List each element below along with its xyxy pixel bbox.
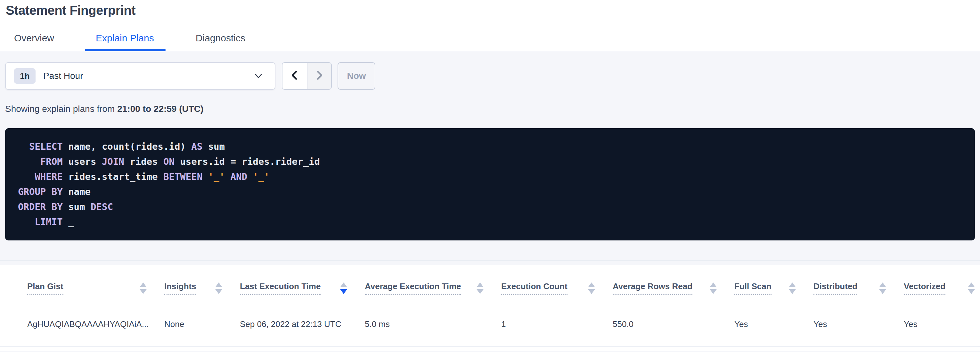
column-header-label: Insights: [164, 281, 196, 294]
column-header-execution-count[interactable]: Execution Count: [501, 281, 612, 294]
time-range-badge: 1h: [14, 68, 35, 84]
plans-table-header: Plan GistInsightsLast Execution TimeAver…: [0, 277, 980, 302]
summary-prefix: Showing explain plans from: [5, 104, 117, 114]
column-header-distributed[interactable]: Distributed: [813, 281, 904, 294]
sort-carets-icon[interactable]: [710, 282, 717, 294]
section-gap: [0, 261, 980, 265]
table-cell: None: [164, 319, 240, 329]
time-range-label: Past Hour: [43, 71, 254, 81]
plans-table-body: AgHUAQIABQAAAAHYAQIAiA...NoneSep 06, 202…: [0, 302, 980, 347]
previous-range-button[interactable]: [282, 63, 307, 89]
page-title: Statement Fingerprint: [6, 3, 135, 18]
time-picker-row: 1h Past Hour: [5, 62, 975, 90]
table-cell: Yes: [813, 319, 904, 329]
active-tab-underline: [85, 49, 165, 51]
sort-carets-icon[interactable]: [789, 282, 796, 294]
column-header-last-execution-time[interactable]: Last Execution Time: [240, 281, 365, 294]
sort-carets-icon[interactable]: [879, 282, 886, 294]
sort-carets-icon[interactable]: [477, 282, 484, 294]
column-header-label: Average Execution Time: [365, 281, 461, 294]
column-header-label: Plan Gist: [27, 281, 64, 294]
time-nav-group: [282, 62, 332, 90]
column-header-full-scan[interactable]: Full Scan: [734, 281, 813, 294]
column-header-label: Execution Count: [501, 281, 568, 294]
tab-bar: OverviewExplain PlansDiagnostics: [14, 33, 245, 51]
column-header-label: Last Execution Time: [240, 281, 321, 294]
time-range-dropdown[interactable]: 1h Past Hour: [5, 62, 275, 90]
sql-statement-text: SELECT name, count(rides.id) AS sum FROM…: [18, 139, 962, 230]
column-header-average-rows-read[interactable]: Average Rows Read: [612, 281, 734, 294]
column-header-label: Full Scan: [734, 281, 772, 294]
summary-range: 21:00 to 22:59 (UTC): [117, 104, 204, 114]
table-cell: Yes: [734, 319, 813, 329]
column-header-label: Average Rows Read: [612, 281, 692, 294]
column-header-plan-gist[interactable]: Plan Gist: [27, 281, 164, 294]
sort-carets-icon[interactable]: [140, 282, 147, 294]
sort-carets-icon[interactable]: [340, 282, 347, 294]
column-header-insights[interactable]: Insights: [164, 281, 240, 294]
sort-carets-icon[interactable]: [968, 282, 975, 294]
table-cell: Yes: [904, 319, 980, 329]
page-header: Statement Fingerprint OverviewExplain Pl…: [0, 0, 980, 51]
tab-explain-plans[interactable]: Explain Plans: [96, 33, 154, 51]
plan-gist-cell[interactable]: AgHUAQIABQAAAAHYAQIAiA...: [27, 319, 164, 329]
tab-overview[interactable]: Overview: [14, 33, 54, 51]
plans-table-section: Plan GistInsightsLast Execution TimeAver…: [0, 265, 980, 351]
chevron-down-icon: [254, 71, 263, 81]
next-range-button[interactable]: [307, 63, 331, 89]
column-header-vectorized[interactable]: Vectorized: [904, 281, 980, 294]
showing-plans-summary: Showing explain plans from 21:00 to 22:5…: [5, 104, 975, 114]
table-cell: 5.0 ms: [365, 319, 501, 329]
column-header-label: Distributed: [813, 281, 858, 294]
tab-diagnostics[interactable]: Diagnostics: [196, 33, 245, 51]
sort-carets-icon[interactable]: [588, 282, 595, 294]
sort-carets-icon[interactable]: [215, 282, 222, 294]
column-header-label: Vectorized: [904, 281, 945, 294]
table-cell: Sep 06, 2022 at 22:13 UTC: [240, 319, 365, 329]
now-button[interactable]: Now: [337, 62, 375, 90]
spacer: [0, 240, 980, 260]
table-cell: 550.0: [612, 319, 734, 329]
table-cell: 1: [501, 319, 612, 329]
content-area: 1h Past Hour: [0, 62, 980, 261]
chevron-right-icon: [314, 70, 325, 82]
column-header-average-execution-time[interactable]: Average Execution Time: [365, 281, 501, 294]
chevron-left-icon: [290, 70, 300, 82]
table-row[interactable]: AgHUAQIABQAAAAHYAQIAiA...NoneSep 06, 202…: [0, 302, 980, 347]
sql-statement-box: SELECT name, count(rides.id) AS sum FROM…: [5, 128, 975, 240]
